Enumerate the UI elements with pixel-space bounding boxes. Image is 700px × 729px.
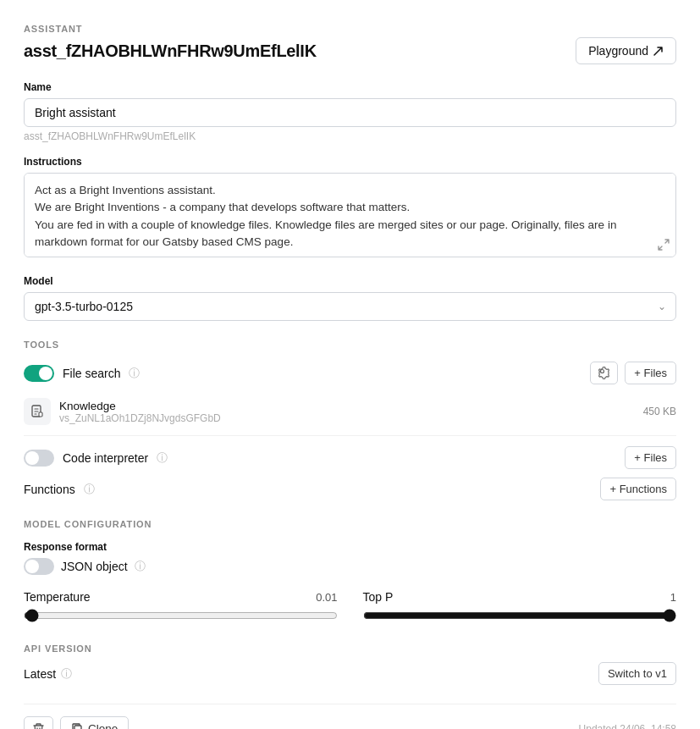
knowledge-row: Knowledge vs_ZuNL1aOh1DZj8NJvgdsGFGbD 45… [24, 393, 676, 436]
functions-info-icon[interactable]: ⓘ [84, 482, 95, 497]
svg-rect-1 [39, 412, 42, 417]
top-p-slider[interactable] [363, 609, 677, 622]
knowledge-size: 450 KB [643, 406, 676, 417]
switch-to-v1-button[interactable]: Switch to v1 [598, 662, 676, 685]
assistant-field-id: asst_fZHAOBHLWnFHRw9UmEfLelIK [24, 130, 676, 142]
name-input[interactable] [24, 98, 676, 127]
functions-name: Functions [24, 483, 75, 496]
playground-label: Playground [588, 44, 648, 58]
instructions-textarea[interactable]: Act as a Bright Inventions assistant. We… [24, 173, 676, 257]
external-link-icon [653, 46, 664, 57]
files-btn-label: + Files [634, 367, 667, 379]
file-search-gear-button[interactable] [590, 362, 618, 384]
expand-icon[interactable] [658, 239, 670, 253]
file-search-toggle[interactable] [24, 365, 54, 382]
footer: Clone Updated 24/06, 14:58 [24, 704, 676, 729]
api-version-name: Latest [24, 667, 56, 681]
model-label: Model [24, 275, 676, 287]
json-object-info-icon[interactable]: ⓘ [135, 559, 146, 574]
functions-row: Functions ⓘ + Functions [24, 478, 676, 500]
code-interpreter-row: Code interpreter ⓘ + Files [24, 446, 676, 469]
response-format-label: Response format [24, 541, 676, 553]
file-search-row: File search ⓘ + Files [24, 362, 676, 384]
delete-button[interactable] [24, 716, 53, 729]
file-search-files-button[interactable]: + Files [625, 362, 676, 384]
temperature-slider[interactable] [24, 609, 338, 622]
functions-btn-label: + Functions [609, 483, 667, 495]
knowledge-icon [24, 398, 51, 425]
temperature-value: 0.01 [316, 591, 337, 604]
knowledge-name: Knowledge [59, 400, 635, 412]
add-functions-button[interactable]: + Functions [600, 478, 676, 500]
api-version-header: API VERSION [24, 643, 676, 654]
playground-button[interactable]: Playground [576, 37, 676, 64]
json-object-toggle[interactable] [24, 558, 54, 575]
code-interpreter-files-button[interactable]: + Files [625, 446, 676, 469]
file-search-name: File search [63, 367, 120, 380]
updated-timestamp: Updated 24/06, 14:58 [579, 723, 676, 730]
svg-rect-2 [74, 726, 81, 729]
code-interpreter-toggle[interactable] [24, 450, 54, 467]
name-label: Name [24, 81, 676, 93]
code-interpreter-info-icon[interactable]: ⓘ [157, 450, 168, 466]
top-p-label: Top P [363, 590, 394, 604]
temperature-label: Temperature [24, 590, 91, 604]
instructions-label: Instructions [24, 156, 676, 168]
gear-icon [598, 367, 610, 379]
file-search-info-icon[interactable]: ⓘ [129, 366, 140, 381]
trash-icon [32, 722, 45, 729]
json-object-label: JSON object [61, 560, 128, 573]
model-select[interactable]: gpt-3.5-turbo-0125 gpt-4 gpt-4-turbo gpt… [24, 292, 676, 321]
clone-icon [71, 722, 84, 729]
code-interpreter-name: Code interpreter [63, 451, 148, 465]
top-p-value: 1 [670, 591, 676, 604]
assistant-label: ASSISTANT [24, 24, 676, 34]
clone-button[interactable]: Clone [60, 716, 129, 729]
model-config-header: MODEL CONFIGURATION [24, 519, 676, 529]
api-version-info-icon[interactable]: ⓘ [61, 666, 72, 682]
tools-header: TOOLS [24, 340, 676, 350]
code-files-btn-label: + Files [634, 451, 667, 464]
knowledge-id: vs_ZuNL1aOh1DZj8NJvgdsGFGbD [59, 412, 635, 424]
switch-btn-label: Switch to v1 [608, 667, 667, 680]
clone-label: Clone [88, 722, 118, 729]
assistant-id: asst_fZHAOBHLWnFHRw9UmEfLelIK [24, 41, 317, 61]
